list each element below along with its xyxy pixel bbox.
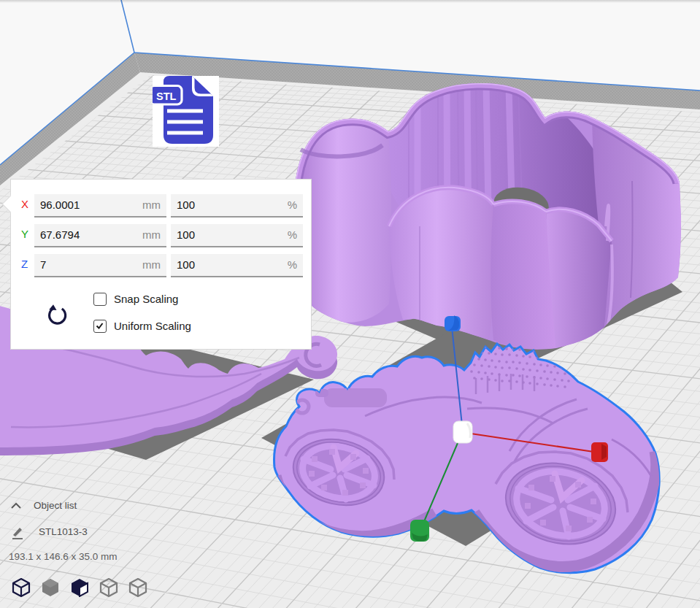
svg-text:STL: STL [156,91,177,102]
